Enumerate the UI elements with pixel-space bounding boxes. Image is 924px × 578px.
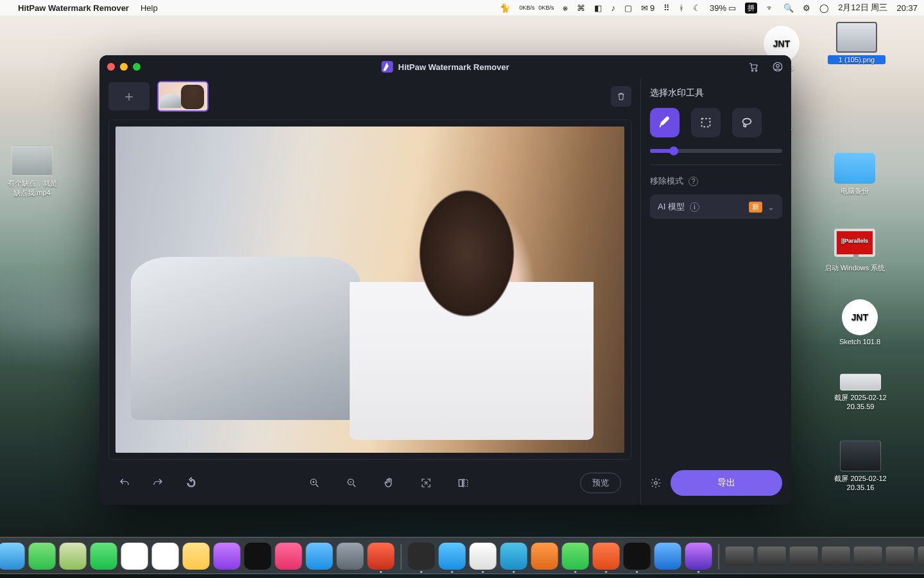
status-icon[interactable]: ⌘ [577, 3, 585, 13]
desktop-screenshot-2[interactable]: 截屏 2025-02-12 20.35.16 [825, 441, 896, 491]
dock-minimized[interactable] [822, 547, 850, 566]
svg-point-3 [776, 64, 780, 67]
status-icon[interactable]: ⎈ [563, 3, 568, 13]
dock-photos[interactable] [60, 543, 87, 570]
window-minimize-button[interactable] [120, 63, 128, 71]
svg-point-10 [654, 482, 658, 485]
dock-wechat[interactable] [562, 543, 589, 570]
side-panel: 选择水印工具 移除模式 ? AI 模型 [641, 78, 791, 505]
hand-pan-icon[interactable] [383, 477, 395, 489]
desktop-sketch[interactable]: JNT Sketch 101.8 [834, 299, 886, 346]
tiktok-icon[interactable]: ♪ [611, 3, 615, 13]
menubar-date[interactable]: 2月12日 周三 [838, 2, 887, 13]
desktop-file-video[interactable]: 有个缺点，就是缺点我.mp4 [6, 145, 58, 198]
svg-rect-7 [464, 480, 467, 487]
account-icon[interactable] [772, 61, 783, 73]
dock-podcasts[interactable] [214, 543, 241, 570]
menubar-help[interactable]: Help [141, 3, 158, 13]
svg-point-0 [751, 70, 753, 71]
add-image-button[interactable]: ＋ [108, 82, 150, 110]
dock-minimized[interactable] [918, 547, 925, 566]
dock-app[interactable] [593, 543, 620, 570]
window-close-button[interactable] [107, 63, 115, 71]
dock-maps[interactable] [29, 543, 56, 570]
thumbnail-selected[interactable] [157, 81, 209, 112]
desktop-folder-backup[interactable]: 电脑备份 [829, 153, 880, 196]
dnd-moon-icon[interactable]: ☾ [693, 3, 701, 13]
brush-size-slider[interactable] [650, 149, 782, 153]
info-icon[interactable]: i [690, 202, 699, 212]
new-badge: 新 [749, 202, 762, 213]
dock-minimized[interactable] [790, 547, 818, 566]
siri-icon[interactable]: ◯ [819, 3, 829, 13]
cart-icon[interactable] [748, 61, 759, 73]
image-canvas[interactable]: SOGK [108, 119, 631, 460]
dock-windows[interactable] [654, 543, 681, 570]
battery-indicator[interactable]: 39% ▭ [710, 3, 736, 13]
dock-notes[interactable] [183, 543, 210, 570]
wifi-icon[interactable]: ᯤ [766, 3, 774, 13]
model-select[interactable]: AI 模型 i 新 ⌄ [650, 195, 782, 219]
svg-point-9 [743, 119, 751, 125]
control-center-icon[interactable]: ⚙ [803, 3, 810, 13]
canvas-toolbar: 预览 [99, 461, 640, 505]
dock-settings[interactable] [337, 543, 364, 570]
dock-minimized[interactable] [726, 547, 754, 566]
compare-icon[interactable] [458, 477, 469, 489]
dock-tiktok[interactable] [624, 543, 651, 570]
export-button[interactable]: 导出 [671, 470, 782, 496]
tool-brush[interactable] [650, 108, 680, 137]
dock-reminders[interactable] [152, 543, 179, 570]
dock-app[interactable] [470, 543, 497, 570]
desktop-parallels[interactable]: ||Parallels 启动 Windows 系统 [816, 229, 893, 273]
dock-appstore[interactable] [306, 543, 333, 570]
app-window: HitPaw Watermark Remover ＋ SOGK [99, 55, 791, 505]
input-method[interactable]: 拼 [745, 3, 757, 13]
dock-app[interactable] [685, 543, 712, 570]
delete-button[interactable] [611, 86, 631, 107]
tool-marquee[interactable] [691, 108, 721, 137]
bluetooth-icon[interactable]: ᚼ [679, 3, 684, 13]
mode-label: 移除模式 ? [650, 175, 782, 187]
zoom-out-icon[interactable] [346, 477, 357, 489]
tool-lasso[interactable] [732, 108, 762, 137]
spotlight-icon[interactable]: 🔍 [783, 3, 794, 13]
thumbnail-row: ＋ [99, 78, 640, 114]
reset-icon[interactable] [185, 477, 197, 489]
dock-app[interactable] [531, 543, 558, 570]
dock-minimized[interactable] [758, 547, 786, 566]
dock-app[interactable] [368, 543, 395, 570]
status-icon[interactable]: ⠿ [663, 3, 670, 13]
dock-tv[interactable] [244, 543, 271, 570]
dock-minimized[interactable] [854, 547, 882, 566]
chevron-down-icon: ⌄ [767, 202, 774, 212]
redo-icon[interactable] [152, 477, 164, 489]
net-speed[interactable]: 0KB/s0KB/s [519, 5, 554, 11]
cat-menubar-icon[interactable]: 🐈 [500, 3, 510, 13]
dock-mail[interactable] [0, 543, 25, 570]
preview-button[interactable]: 预览 [580, 473, 621, 493]
wechat-icon[interactable]: ✉ 9 [641, 3, 654, 13]
window-zoom-button[interactable] [133, 63, 141, 71]
dock-minimized[interactable] [886, 547, 914, 566]
dock-facetime[interactable] [90, 543, 117, 570]
dock-terminal[interactable] [408, 543, 435, 570]
desktop-file-image[interactable]: 1 (105).png [828, 22, 886, 64]
help-icon[interactable]: ? [689, 177, 698, 186]
dock-calendar[interactable] [121, 543, 148, 570]
menubar-app-name[interactable]: HitPaw Watermark Remover [18, 3, 129, 13]
status-icon[interactable]: ◧ [594, 3, 602, 13]
svg-rect-6 [459, 480, 462, 487]
dock-edge[interactable] [501, 543, 527, 570]
desktop-screenshot-1[interactable]: 截屏 2025-02-12 20.35.59 [825, 374, 896, 410]
display-icon[interactable]: ▢ [624, 3, 632, 13]
zoom-in-icon[interactable] [309, 477, 320, 489]
undo-icon[interactable] [119, 477, 130, 489]
fit-screen-icon[interactable] [420, 477, 432, 489]
dock-app[interactable] [439, 543, 466, 570]
dock [0, 537, 924, 574]
dock-music[interactable] [275, 543, 302, 570]
settings-icon[interactable] [650, 477, 662, 489]
titlebar: HitPaw Watermark Remover [99, 55, 791, 78]
menubar-time[interactable]: 20:37 [896, 3, 918, 13]
